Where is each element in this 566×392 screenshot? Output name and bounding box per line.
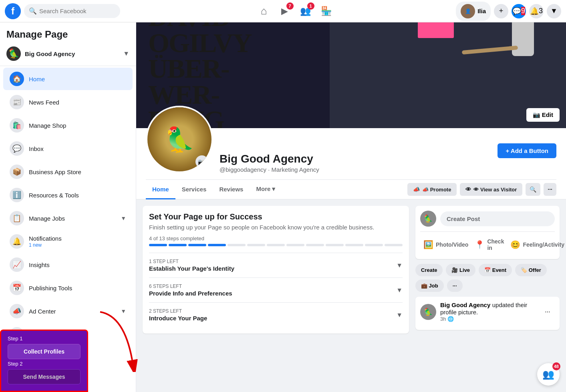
sidebar-item-inbox[interactable]: 💬 Inbox: [3, 137, 133, 160]
notifications-button[interactable]: 🔔 3: [529, 4, 544, 18]
facebook-logo[interactable]: f: [5, 3, 21, 19]
step-introduce-name: Introduce Your Page: [149, 315, 207, 322]
home-icon: ⌂: [261, 5, 267, 17]
page-handle: @biggoodagency: [220, 166, 266, 173]
create-post-input-button[interactable]: Create Post: [440, 211, 555, 226]
sidebar-item-notifications[interactable]: 🔔 Notifications 1 new: [3, 230, 133, 253]
photo-video-button[interactable]: 🖼️ Photo/Video: [420, 235, 471, 254]
step-info[interactable]: 6 STEPS LEFT Provide Info and Preference…: [149, 277, 403, 302]
create-chips-row: Create 🎥 Live 📅 Event 🏷️ Offer 💼 Job ···: [415, 264, 560, 292]
notifications-sidebar-icon: 🔔: [10, 234, 24, 249]
activity-avatar: 🦜: [420, 304, 436, 320]
change-profile-pic-button[interactable]: 📷: [195, 155, 208, 168]
setup-description: Finish setting up your Page so people on…: [149, 224, 403, 231]
page-selector[interactable]: 🦜 Big Good Agency ▼: [0, 43, 136, 64]
activity-time: 3h: [440, 316, 446, 322]
user-name-label: Ilia: [477, 8, 486, 14]
people-nav-icon[interactable]: 👥 1: [296, 2, 315, 21]
sidebar-home-label: Home: [29, 76, 126, 82]
ellipsis-icon: ···: [548, 186, 552, 193]
create-chip-offer[interactable]: 🏷️ Offer: [515, 264, 547, 276]
step-info-content: 6 STEPS LEFT Provide Info and Preference…: [149, 283, 232, 297]
nav-center-icons: ⌂ ▶ 7 👥 1 🏪: [254, 2, 336, 21]
content-area: Set Your Page up for Success Finish sett…: [136, 199, 566, 346]
sidebar-divider-1: [0, 66, 136, 66]
promote-button[interactable]: 📣 📣 Promote: [407, 183, 457, 196]
sidebar-item-publishing-tools[interactable]: 📅 Publishing Tools: [3, 277, 133, 299]
setup-title: Set Your Page up for Success: [149, 212, 403, 221]
tab-action-buttons: 📣 📣 Promote 👁 👁 View as Visitor 🔍 ···: [407, 180, 556, 199]
progress-seg-2: [169, 244, 187, 246]
progress-seg-9: [306, 244, 324, 246]
sidebar-item-ad-center[interactable]: 📣 Ad Center ▼: [3, 300, 133, 322]
step-identity-content: 1 STEP LEFT Establish Your Page's Identi…: [149, 259, 234, 272]
create-chip-event[interactable]: 📅 Event: [479, 264, 512, 276]
add-button[interactable]: +: [494, 4, 508, 18]
add-a-button-button[interactable]: + Add a Button: [498, 143, 556, 158]
sidebar-item-manage-jobs[interactable]: 📋 Manage Jobs ▼: [3, 207, 133, 229]
sidebar-item-insights[interactable]: 📈 Insights: [3, 253, 133, 276]
messenger-badge: 9: [521, 7, 525, 15]
photo-video-label: Photo/Video: [436, 241, 468, 248]
bell-icon: 🔔: [530, 7, 539, 16]
sidebar-item-business-app-store[interactable]: 📦 Business App Store: [3, 161, 133, 183]
collect-profiles-button[interactable]: Collect Profiles: [8, 344, 81, 346]
sidebar-item-manage-shop[interactable]: 🛍️ Manage Shop: [3, 114, 133, 137]
setup-card: Set Your Page up for Success Finish sett…: [143, 206, 409, 334]
check-in-icon: 📍: [475, 240, 485, 249]
tab-home[interactable]: Home: [146, 180, 175, 199]
check-in-label: Check in: [487, 238, 504, 251]
search-bar-container[interactable]: 🔍: [24, 4, 120, 18]
page-name-selector: Big Good Agency: [25, 50, 119, 57]
expand-menu-button[interactable]: ▼: [547, 4, 561, 18]
page-avatar-small: 🦜: [6, 46, 21, 61]
create-chip-create[interactable]: Create: [415, 264, 443, 276]
home-sidebar-icon: 🏠: [10, 72, 24, 86]
check-in-button[interactable]: 📍 Check in: [471, 235, 507, 254]
progress-bar: [149, 244, 403, 246]
feeling-activity-button[interactable]: 😊 Feeling/Activity: [507, 235, 566, 254]
search-input[interactable]: [39, 8, 115, 14]
cover-text-line4: WER-: [148, 82, 252, 108]
create-chip-more[interactable]: ···: [447, 279, 463, 292]
messenger-button[interactable]: 💬 9: [512, 4, 526, 18]
step-identity[interactable]: 1 STEP LEFT Establish Your Page's Identi…: [149, 253, 403, 277]
sidebar-item-resources-tools[interactable]: ℹ️ Resources & Tools: [3, 184, 133, 206]
plus-icon: +: [499, 7, 504, 15]
marketplace-nav-icon[interactable]: 🏪: [317, 2, 336, 21]
search-page-button[interactable]: 🔍: [526, 183, 540, 196]
video-nav-icon[interactable]: ▶ 7: [275, 2, 294, 21]
page-profile-picture: 🦜 📷: [146, 106, 213, 173]
page-meta-separator: ·: [268, 166, 271, 173]
megaphone-icon: 📣: [413, 186, 420, 193]
page-tabs: Home Services Reviews More ▾ 📣 📣 Promote…: [146, 179, 556, 199]
progress-seg-3: [188, 244, 206, 246]
tab-reviews[interactable]: Reviews: [213, 180, 250, 199]
tab-more[interactable]: More ▾: [250, 180, 282, 199]
nav-left: f 🔍: [5, 3, 141, 19]
activity-card: 🦜 Big Good Agency updated their profile …: [415, 297, 560, 330]
step-introduce-chevron: ▼: [396, 312, 403, 319]
more-tab-options-button[interactable]: ···: [544, 183, 556, 196]
activity-more-button[interactable]: ···: [540, 305, 555, 319]
manage-jobs-chevron: ▼: [121, 215, 126, 221]
sidebar: Manage Page 🦜 Big Good Agency ▼ 🏠 Home 📰…: [0, 22, 136, 346]
globe-icon: 🌐: [447, 316, 454, 322]
home-nav-icon[interactable]: ⌂: [254, 2, 274, 21]
video-badge: 7: [286, 2, 294, 10]
user-profile-button[interactable]: 👤 Ilia: [456, 2, 491, 21]
sidebar-item-home[interactable]: 🏠 Home: [3, 68, 133, 90]
inbox-icon: 💬: [10, 141, 24, 156]
activity-header: 🦜 Big Good Agency updated their profile …: [420, 302, 555, 322]
manage-jobs-icon: 📋: [10, 211, 24, 225]
tab-services[interactable]: Services: [175, 180, 213, 199]
edit-cover-button[interactable]: 📷 Edit: [526, 108, 560, 122]
activity-meta: 3h 🌐: [440, 316, 536, 322]
create-chip-job[interactable]: 💼 Job: [415, 279, 444, 292]
page-title: Big Good Agency: [220, 153, 491, 165]
view-as-visitor-button[interactable]: 👁 👁 View as Visitor: [460, 183, 522, 196]
business-app-store-icon: 📦: [10, 165, 24, 179]
sidebar-item-news-feed[interactable]: 📰 News Feed: [3, 91, 133, 113]
step-introduce[interactable]: 2 STEPS LEFT Introduce Your Page ▼: [149, 302, 403, 327]
create-chip-live[interactable]: 🎥 Live: [446, 264, 475, 276]
